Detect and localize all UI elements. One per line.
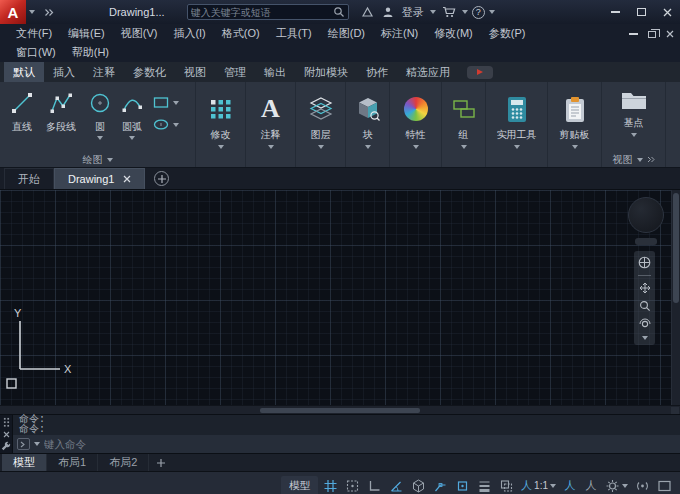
clipboard-button[interactable]: 剪贴板 bbox=[548, 82, 601, 167]
rectangle-tool-button[interactable] bbox=[152, 95, 179, 110]
drawing-canvas[interactable]: Y X bbox=[0, 190, 680, 405]
search-icon[interactable] bbox=[333, 6, 345, 18]
menu-tools[interactable]: 工具(T) bbox=[268, 26, 320, 41]
drag-grip-icon[interactable] bbox=[3, 417, 10, 428]
steering-wheel-icon[interactable] bbox=[638, 256, 651, 269]
horizontal-scrollbar[interactable] bbox=[0, 405, 680, 414]
ellipse-tool-button[interactable] bbox=[152, 117, 179, 132]
help-search-box[interactable] bbox=[187, 4, 349, 20]
grid-display-toggle[interactable] bbox=[321, 476, 340, 494]
ortho-mode-toggle[interactable] bbox=[365, 476, 384, 494]
snap-mode-toggle[interactable] bbox=[343, 476, 362, 494]
lineweight-toggle[interactable] bbox=[475, 476, 494, 494]
file-tab-close-icon[interactable] bbox=[123, 175, 131, 183]
modify-button[interactable]: 修改 bbox=[196, 82, 245, 167]
help-caret-icon[interactable] bbox=[489, 10, 495, 14]
properties-button[interactable]: 特性 bbox=[390, 82, 441, 167]
navbar-caret-icon[interactable] bbox=[642, 336, 648, 340]
menu-modify[interactable]: 修改(M) bbox=[426, 26, 481, 41]
menu-window[interactable]: 窗口(W) bbox=[8, 45, 64, 60]
horizontal-scroll-thumb[interactable] bbox=[260, 408, 420, 413]
a360-icon[interactable] bbox=[359, 2, 376, 22]
quick-access-expand-icon[interactable] bbox=[44, 8, 55, 17]
menu-help[interactable]: 帮助(H) bbox=[64, 45, 117, 60]
search-input[interactable] bbox=[191, 7, 333, 18]
groups-button[interactable]: 组 bbox=[442, 82, 485, 167]
cart-caret-icon[interactable] bbox=[462, 10, 468, 14]
circle-flyout-caret-icon[interactable] bbox=[97, 136, 103, 140]
annotation-button[interactable]: A 注释 bbox=[246, 82, 295, 167]
rectangle-flyout-caret-icon[interactable] bbox=[173, 101, 179, 105]
new-drawing-button[interactable] bbox=[154, 171, 169, 186]
ribbon-tab-addins[interactable]: 附加模块 bbox=[295, 62, 357, 82]
featured-videos-icon[interactable] bbox=[467, 66, 493, 79]
ribbon-tab-collaborate[interactable]: 协作 bbox=[357, 62, 397, 82]
transparency-toggle[interactable] bbox=[497, 476, 516, 494]
customize-command-icon[interactable] bbox=[17, 438, 30, 450]
utilities-button[interactable]: 实用工具 bbox=[486, 82, 547, 167]
menu-file[interactable]: 文件(F) bbox=[8, 26, 60, 41]
pan-icon[interactable] bbox=[639, 282, 651, 294]
orbit-icon[interactable] bbox=[639, 318, 651, 330]
annotation-monitor-toggle[interactable] bbox=[633, 476, 652, 494]
command-input-row[interactable] bbox=[13, 435, 680, 453]
basepoint-button[interactable]: 基点 bbox=[602, 82, 665, 152]
ellipse-flyout-caret-icon[interactable] bbox=[173, 123, 179, 127]
isodraft-toggle[interactable] bbox=[409, 476, 428, 494]
object-snap-tracking-toggle[interactable] bbox=[431, 476, 450, 494]
draw-panel-title[interactable]: 绘图 bbox=[0, 152, 195, 167]
ribbon-tab-output[interactable]: 输出 bbox=[255, 62, 295, 82]
annotation-autoscale-toggle[interactable]: 人 bbox=[582, 476, 600, 494]
close-button[interactable] bbox=[654, 0, 680, 24]
arc-tool-button[interactable]: 圆弧 bbox=[116, 87, 148, 152]
ribbon-tab-annotate[interactable]: 注释 bbox=[84, 62, 124, 82]
annotation-scale-button[interactable]: 人 1:1 bbox=[519, 476, 558, 494]
zoom-icon[interactable] bbox=[639, 300, 651, 312]
polar-tracking-toggle[interactable] bbox=[387, 476, 406, 494]
model-space-button[interactable]: 模型 bbox=[281, 476, 318, 494]
viewcube[interactable] bbox=[628, 197, 664, 233]
panel-expand-icon[interactable] bbox=[647, 156, 655, 163]
object-snap-toggle[interactable] bbox=[453, 476, 472, 494]
circle-tool-button[interactable]: 圆 bbox=[84, 87, 116, 152]
command-input[interactable] bbox=[44, 438, 680, 450]
view-panel-title[interactable]: 视图 bbox=[602, 152, 665, 167]
menu-parametric[interactable]: 参数(P) bbox=[481, 26, 534, 41]
layers-button[interactable]: 图层 bbox=[296, 82, 345, 167]
sign-in-caret-icon[interactable] bbox=[430, 10, 436, 14]
line-tool-button[interactable]: 直线 bbox=[6, 87, 38, 152]
ribbon-tab-featured[interactable]: 精选应用 bbox=[397, 62, 459, 82]
menu-edit[interactable]: 编辑(E) bbox=[60, 26, 113, 41]
menu-dimension[interactable]: 标注(N) bbox=[373, 26, 426, 41]
minimize-button[interactable] bbox=[602, 0, 628, 24]
vertical-scrollbar[interactable] bbox=[671, 190, 680, 405]
sign-in-button[interactable]: 登录 bbox=[402, 5, 424, 20]
ribbon-tab-manage[interactable]: 管理 bbox=[215, 62, 255, 82]
ribbon-tab-home[interactable]: 默认 bbox=[4, 62, 44, 82]
workspace-switching-button[interactable] bbox=[603, 476, 630, 494]
app-menu-caret-icon[interactable] bbox=[29, 10, 35, 14]
command-close-icon[interactable] bbox=[3, 431, 10, 438]
clean-screen-toggle[interactable] bbox=[655, 476, 674, 494]
wrench-icon[interactable] bbox=[1, 441, 11, 451]
doc-close-icon[interactable] bbox=[666, 30, 674, 38]
menu-view[interactable]: 视图(V) bbox=[113, 26, 166, 41]
layout-tab-layout1[interactable]: 布局1 bbox=[47, 454, 98, 471]
file-tab-drawing1[interactable]: Drawing1 bbox=[54, 168, 145, 189]
ribbon-tab-insert[interactable]: 插入 bbox=[44, 62, 84, 82]
maximize-button[interactable] bbox=[628, 0, 654, 24]
ribbon-tab-parametric[interactable]: 参数化 bbox=[124, 62, 175, 82]
doc-restore-icon[interactable] bbox=[648, 31, 656, 38]
user-icon[interactable] bbox=[380, 2, 396, 22]
file-tab-start[interactable]: 开始 bbox=[4, 168, 54, 189]
vertical-scroll-thumb[interactable] bbox=[673, 193, 679, 303]
viewcube-home-pill[interactable] bbox=[635, 238, 657, 245]
arc-flyout-caret-icon[interactable] bbox=[129, 136, 135, 140]
app-menu-button[interactable]: A bbox=[0, 0, 26, 24]
recent-commands-caret-icon[interactable] bbox=[34, 442, 40, 446]
new-layout-button[interactable] bbox=[149, 454, 173, 471]
layout-tab-layout2[interactable]: 布局2 bbox=[98, 454, 149, 471]
layout-tab-model[interactable]: 模型 bbox=[2, 454, 47, 471]
app-store-cart-icon[interactable] bbox=[440, 2, 458, 22]
menu-insert[interactable]: 插入(I) bbox=[165, 26, 213, 41]
